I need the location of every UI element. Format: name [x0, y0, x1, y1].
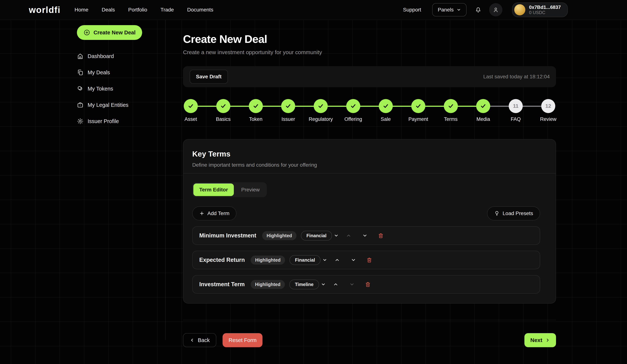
- sidebar-item-my-legal-entities[interactable]: My Legal Entities: [77, 100, 162, 109]
- sidebar-divider: [165, 20, 166, 340]
- chevron-up-icon: [335, 257, 340, 263]
- main-content: Create New Deal Create a new investment …: [183, 20, 556, 347]
- step-token[interactable]: Token: [248, 99, 263, 122]
- move-up-button[interactable]: [333, 282, 338, 287]
- gear-icon: [77, 118, 84, 125]
- add-term-button[interactable]: Add Term: [192, 206, 236, 221]
- notifications-button[interactable]: [475, 6, 482, 13]
- step-label: Issuer: [281, 116, 295, 122]
- sidebar-item-label: Issuer Profile: [88, 118, 119, 124]
- nav-documents[interactable]: Documents: [187, 7, 213, 13]
- check-icon: [314, 99, 328, 113]
- create-new-deal-button[interactable]: Create New Deal: [77, 25, 142, 40]
- chevron-down-icon: [457, 7, 461, 12]
- top-navbar: worldfi Home Deals Portfolio Trade Docum…: [0, 0, 627, 20]
- term-name: Minimum Investment: [199, 232, 256, 239]
- sidebar-item-issuer-profile[interactable]: Issuer Profile: [77, 117, 162, 126]
- term-toolbar: Add Term Load Presets: [192, 206, 547, 221]
- nav-support[interactable]: Support: [403, 7, 421, 13]
- chevron-down-icon: [349, 282, 355, 287]
- wizard-footer: Back Reset Form Next: [183, 333, 556, 347]
- delete-term-button[interactable]: [378, 233, 384, 238]
- lightbulb-icon: [494, 211, 500, 216]
- step-payment[interactable]: Payment: [411, 99, 426, 122]
- step-basics[interactable]: Basics: [215, 99, 231, 122]
- panels-dropdown-button[interactable]: Panels: [432, 3, 467, 16]
- check-icon: [476, 99, 490, 113]
- panels-label: Panels: [438, 7, 454, 13]
- sidebar-item-label: My Deals: [88, 69, 110, 76]
- sidebar-item-label: My Legal Entities: [88, 102, 128, 108]
- trash-icon: [365, 281, 371, 287]
- chevron-down-icon: [321, 282, 326, 287]
- move-up-button[interactable]: [346, 233, 351, 238]
- category-select[interactable]: Financial: [289, 255, 327, 265]
- highlighted-badge: Highlighted: [251, 256, 285, 265]
- nav-portfolio[interactable]: Portfolio: [128, 7, 147, 13]
- move-up-button[interactable]: [335, 257, 340, 263]
- plus-circle-icon: [84, 29, 90, 36]
- sidebar-item-dashboard[interactable]: Dashboard: [77, 52, 162, 61]
- documents-stack-icon: [77, 69, 84, 76]
- step-media[interactable]: Media: [475, 99, 491, 122]
- chevron-down-icon: [334, 233, 339, 238]
- next-label: Next: [530, 337, 542, 343]
- highlighted-badge: Highlighted: [262, 231, 296, 240]
- delete-term-button[interactable]: [366, 257, 372, 263]
- reset-form-button[interactable]: Reset Form: [222, 333, 262, 347]
- profile-button[interactable]: [489, 3, 502, 16]
- nav-deals[interactable]: Deals: [102, 7, 115, 13]
- move-down-button[interactable]: [362, 233, 367, 238]
- footer-divider: [183, 320, 556, 320]
- nav-home[interactable]: Home: [74, 7, 88, 13]
- create-new-deal-label: Create New Deal: [94, 30, 136, 36]
- briefcase-icon: [77, 102, 84, 108]
- wizard-stepper: Asset Basics Token Issuer Regulatory Off…: [183, 99, 556, 122]
- delete-term-button[interactable]: [365, 281, 371, 287]
- category-value: Financial: [301, 231, 332, 241]
- wallet-address: 0x7Bd1...6837: [529, 4, 561, 10]
- chevron-down-icon: [362, 233, 367, 238]
- logo[interactable]: worldfi: [29, 5, 60, 15]
- chevron-left-icon: [190, 338, 195, 343]
- sidebar-item-my-tokens[interactable]: My Tokens: [77, 84, 162, 93]
- save-draft-button[interactable]: Save Draft: [190, 70, 228, 84]
- step-label: Token: [249, 116, 262, 122]
- chevron-down-icon: [322, 258, 327, 262]
- step-issuer[interactable]: Issuer: [280, 99, 296, 122]
- check-icon: [444, 99, 458, 113]
- chevron-down-icon: [351, 257, 356, 263]
- chevron-up-icon: [333, 282, 338, 287]
- tab-preview[interactable]: Preview: [235, 183, 266, 196]
- step-label: FAQ: [511, 116, 521, 122]
- card-subtitle: Define important terms and conditions fo…: [192, 162, 547, 168]
- wallet-chip[interactable]: 0x7Bd1...6837 0 USDC: [512, 2, 568, 17]
- step-regulatory[interactable]: Regulatory: [313, 99, 328, 122]
- sidebar-items: Dashboard My Deals My Tokens My Legal En…: [77, 52, 162, 126]
- wallet-balance: 0 USDC: [529, 10, 561, 15]
- sidebar-item-my-deals[interactable]: My Deals: [77, 68, 162, 77]
- step-faq[interactable]: 11 FAQ: [508, 99, 523, 122]
- step-offering[interactable]: Offering: [346, 99, 361, 122]
- next-button[interactable]: Next: [524, 333, 556, 347]
- nav-trade[interactable]: Trade: [160, 7, 174, 13]
- key-terms-card: Key Terms Define important terms and con…: [183, 139, 556, 304]
- stepper-progress-line: [191, 106, 483, 107]
- sidebar-item-label: Dashboard: [88, 53, 114, 59]
- tab-term-editor[interactable]: Term Editor: [193, 183, 234, 196]
- check-icon: [249, 99, 263, 113]
- step-terms[interactable]: Terms: [443, 99, 459, 122]
- category-select[interactable]: Timeline: [289, 279, 326, 289]
- step-asset[interactable]: Asset: [183, 99, 199, 122]
- load-presets-button[interactable]: Load Presets: [487, 206, 540, 221]
- move-down-button[interactable]: [349, 282, 355, 287]
- bell-icon: [475, 6, 482, 13]
- term-list: Minimum Investment Highlighted Financial…: [192, 226, 547, 294]
- trash-icon: [378, 233, 384, 238]
- category-select[interactable]: Financial: [301, 231, 339, 241]
- step-review[interactable]: 12 Review: [540, 99, 556, 122]
- sidebar-item-label: My Tokens: [88, 86, 113, 92]
- step-sale[interactable]: Sale: [378, 99, 394, 122]
- move-down-button[interactable]: [351, 257, 356, 263]
- back-button[interactable]: Back: [183, 333, 216, 347]
